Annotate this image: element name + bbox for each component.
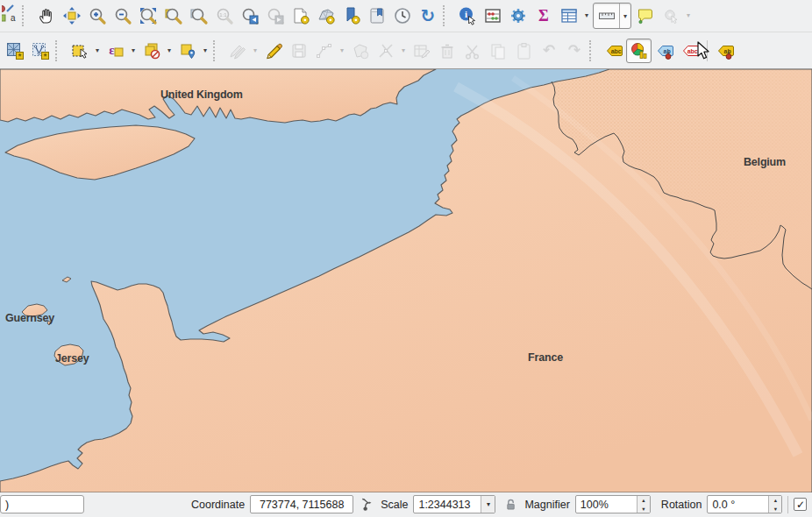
- current-edits-dropdown: ▾: [250, 39, 260, 63]
- select-features-button[interactable]: [67, 39, 92, 63]
- scale-dropdown-arrow[interactable]: ▾: [481, 496, 495, 513]
- sigma-icon: Σ: [534, 6, 553, 25]
- toolbar-separator: [589, 40, 596, 61]
- move-label-icon: ab: [716, 41, 735, 60]
- rotation-down-arrow[interactable]: ▾: [769, 505, 781, 513]
- show-spatial-bookmarks-button[interactable]: [364, 4, 389, 28]
- lock-scale-icon[interactable]: [504, 498, 517, 512]
- rotation-spinbox[interactable]: 0.0 ° ▴▾: [707, 495, 782, 513]
- vertex-tool-dropdown: ▾: [398, 39, 409, 63]
- zoom-out-button[interactable]: [110, 4, 135, 28]
- new-mesh-layer-icon: *: [5, 41, 25, 60]
- measure-button[interactable]: [594, 4, 619, 28]
- qgis-window: a1:1↻iΣ▾▾▾ **▾ε▾▾▾▾▾▾↶↷abcababcab: [0, 0, 812, 517]
- magnifier-full-icon: [139, 6, 158, 25]
- toolbar-separator: [55, 40, 62, 61]
- sum-features-button[interactable]: Σ: [531, 4, 556, 28]
- select-features-dropdown[interactable]: ▾: [92, 39, 103, 63]
- toggle-editing-button[interactable]: [260, 39, 286, 63]
- open-attribute-table-button[interactable]: [556, 4, 581, 28]
- new-mesh-layer-button[interactable]: *: [2, 39, 27, 63]
- svg-text:Σ: Σ: [538, 7, 549, 25]
- toolbar-separator: [443, 5, 450, 26]
- magnifier-spinbox[interactable]: 100% ▴▾: [575, 495, 651, 513]
- temporal-controller-button[interactable]: [389, 4, 415, 28]
- new-3d-map-view-button[interactable]: [313, 4, 338, 28]
- redo-button: ↷: [561, 39, 587, 63]
- style-manager-button[interactable]: a: [2, 4, 19, 28]
- zoom-last-button[interactable]: [237, 4, 262, 28]
- vertex-tool-button: [373, 39, 398, 63]
- statistical-summary-button[interactable]: [480, 4, 505, 28]
- select-by-expression-button[interactable]: ε: [103, 39, 128, 63]
- refresh-icon: ↻: [418, 6, 438, 25]
- run-feature-action-button: [658, 4, 683, 28]
- attribute-table-icon: [559, 6, 579, 25]
- highlight-pinned-labels-button[interactable]: abc: [677, 39, 702, 63]
- magnifier-native-icon: 1:1: [215, 6, 234, 25]
- locator-input[interactable]: ): [0, 495, 84, 513]
- zoom-in-button[interactable]: [84, 4, 110, 28]
- show-bookmarks-icon: [367, 6, 387, 25]
- deselect-features-dropdown[interactable]: ▾: [164, 39, 175, 63]
- layer-diagram-options-button[interactable]: [626, 39, 652, 63]
- new-spatial-bookmark-button[interactable]: [338, 4, 364, 28]
- map-tips-icon: [636, 6, 655, 25]
- magnifier-minus-icon: [113, 6, 132, 25]
- scale-combobox[interactable]: 1:2344313 ▾: [413, 495, 495, 513]
- svg-text:*: *: [43, 51, 46, 60]
- mouse-position-icon[interactable]: [359, 497, 374, 512]
- rotation-value: 0.0 °: [708, 496, 768, 513]
- rotation-up-arrow[interactable]: ▴: [769, 496, 781, 505]
- select-by-value-button[interactable]: [175, 39, 200, 63]
- new-map-view-button[interactable]: [288, 4, 313, 28]
- svg-text:abc: abc: [687, 47, 697, 53]
- identify-icon: i: [458, 6, 477, 25]
- svg-text:↷: ↷: [567, 42, 580, 59]
- map-canvas[interactable]: United KingdomBelgiumGuernseyJerseyFranc…: [0, 68, 812, 492]
- select-by-expression-dropdown[interactable]: ▾: [128, 39, 139, 63]
- zoom-to-selection-button[interactable]: [160, 4, 186, 28]
- svg-text:ε: ε: [109, 42, 115, 56]
- new-shapefile-layer-button[interactable]: *: [27, 39, 53, 63]
- pan-map-button[interactable]: [33, 4, 59, 28]
- coordinate-label: Coordinate: [191, 499, 245, 511]
- select-expression-icon: ε: [106, 41, 125, 60]
- scale-value: 1:2344313: [414, 496, 481, 513]
- deselect-features-button[interactable]: [139, 39, 164, 63]
- select-value-icon: [178, 41, 197, 60]
- measure-button-group: ▾: [593, 3, 631, 29]
- map-label-belgium: Belgium: [744, 156, 786, 168]
- zoom-to-layer-button[interactable]: [186, 4, 211, 28]
- zoom-native-button: 1:1: [211, 4, 237, 28]
- locator-text: ): [5, 499, 9, 511]
- measure-dropdown[interactable]: ▾: [619, 4, 630, 28]
- zoom-full-button[interactable]: [135, 4, 160, 28]
- select-by-value-dropdown[interactable]: ▾: [200, 39, 210, 63]
- svg-text:i: i: [464, 9, 467, 19]
- map-tips-button[interactable]: [632, 4, 658, 28]
- scissors-icon: [463, 41, 482, 60]
- refresh-map-button[interactable]: ↻: [415, 4, 440, 28]
- render-checkbox[interactable]: ✓: [794, 498, 807, 511]
- paste-features-button: [510, 39, 536, 63]
- magnifier-up-arrow[interactable]: ▴: [637, 496, 650, 505]
- new-map-view-icon: [291, 6, 310, 25]
- vertex-tool-icon: [376, 41, 395, 60]
- rotation-label: Rotation: [661, 499, 702, 511]
- save-layer-edits-button: [286, 39, 311, 63]
- run-feature-action-dropdown: ▾: [683, 4, 694, 28]
- pin-unpin-labels-button[interactable]: ab: [652, 39, 677, 63]
- identify-features-button[interactable]: i: [454, 4, 480, 28]
- open-attribute-table-dropdown[interactable]: ▾: [581, 4, 592, 28]
- layer-labeling-options-button[interactable]: abc: [601, 39, 626, 63]
- ruler-icon: [597, 6, 616, 25]
- scale-label: Scale: [381, 499, 408, 511]
- move-label-button[interactable]: ab: [712, 39, 737, 63]
- magnifier-down-arrow[interactable]: ▾: [637, 505, 650, 513]
- processing-toolbox-button[interactable]: [505, 4, 531, 28]
- digitize-with-segment-button: [311, 39, 337, 63]
- coordinate-input[interactable]: 773774, 7115688: [250, 495, 353, 513]
- pan-to-selection-button[interactable]: [59, 4, 84, 28]
- clock-icon: [393, 6, 412, 25]
